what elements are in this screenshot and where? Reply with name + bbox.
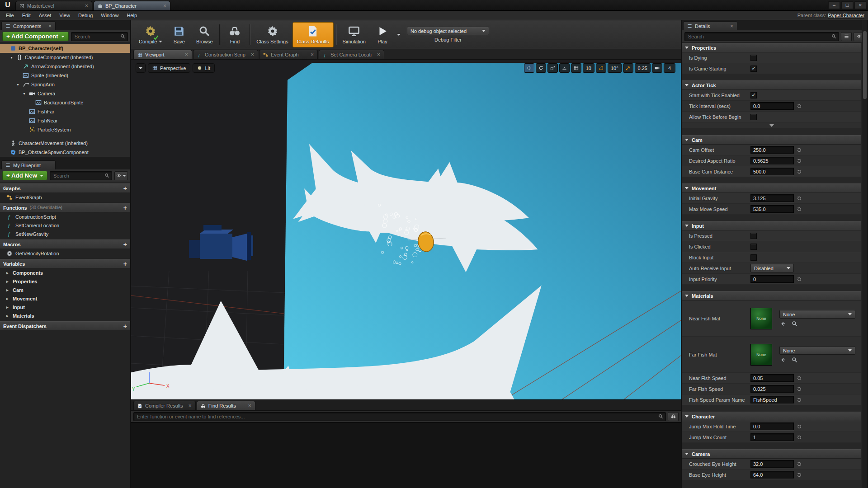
class-defaults-button[interactable]: Class Defaults [292,22,334,47]
section-header[interactable]: Character [682,412,861,421]
number-input[interactable]: 64.0 [750,471,794,479]
close-icon[interactable]: × [248,52,254,57]
find-references-input[interactable] [137,414,658,419]
component-fishnear[interactable]: FishNear [0,116,130,125]
my-blueprint-panel-tab[interactable]: My Blueprint [1,160,56,169]
window-tab-bp-character[interactable]: BP_Character× [94,1,170,10]
component-capsulecomponent-inherited[interactable]: ▾CapsuleComponent (Inherited) [0,53,130,62]
my-blueprint-search-input[interactable] [53,173,104,178]
item-constructionscript[interactable]: ConstructionScript [0,212,130,221]
checkbox[interactable] [750,114,757,120]
text-input[interactable]: FishSpeed [750,396,794,404]
scale-snap-button[interactable] [623,63,633,73]
checkbox[interactable] [750,254,757,261]
camera-speed-value[interactable]: 4 [664,63,675,73]
find-results-area[interactable] [131,422,681,488]
close-icon[interactable]: × [727,23,733,29]
material-thumbnail[interactable]: None [750,344,772,366]
expand-rows-button[interactable] [682,122,861,129]
item-input[interactable]: ▸Input [0,303,130,311]
simulation-button[interactable]: Simulation [339,22,370,47]
material-thumbnail[interactable]: None [750,308,772,329]
maximize-button[interactable]: □ [841,1,853,9]
viewport-scene[interactable]: X Y [131,60,681,399]
scrollbar-thumb[interactable] [863,31,867,99]
play-button[interactable]: Play [370,22,395,47]
checkbox[interactable] [750,233,757,239]
section-header[interactable]: Properties [682,43,861,52]
dropdown[interactable]: Disabled [750,264,794,272]
components-search-input[interactable] [75,34,120,39]
section-header[interactable]: Actor Tick [682,80,861,90]
close-icon[interactable]: × [374,52,380,57]
add-button[interactable]: + [123,323,127,330]
component-charactermovement-inherited[interactable]: CharacterMovement (Inherited) [0,139,130,148]
viewport-options-button[interactable] [136,63,146,73]
details-panel-tab[interactable]: Details × [683,21,737,30]
viewport[interactable]: X Y Perspective Lit [131,60,681,399]
surface-snap-button[interactable] [559,63,570,73]
item-cam[interactable]: ▸Cam [0,286,130,294]
item-setcameralocation[interactable]: SetCameraLocation [0,221,130,230]
number-input[interactable]: 0.0 [750,422,794,430]
rotate-tool-button[interactable] [536,63,546,73]
section-header[interactable]: Event Dispatchers+ [0,321,130,331]
menu-help[interactable]: Help [123,13,141,18]
visibility-filter-button[interactable] [114,171,128,180]
tab-compiler-results[interactable]: Compiler Results× [133,401,196,410]
item-movement[interactable]: ▸Movement [0,294,130,303]
number-input[interactable]: 250.0 [750,146,794,154]
component-springarm[interactable]: ▾SpringArm [0,80,130,89]
browse-asset-icon[interactable] [792,321,797,327]
tab-event-graph[interactable]: Event Graph× [259,50,318,59]
menu-window[interactable]: Window [97,13,123,18]
play-options-dropdown[interactable] [395,22,402,47]
parent-class-value[interactable]: Paper Character [828,13,864,18]
section-header[interactable]: Movement [682,183,861,193]
close-icon[interactable]: × [46,23,52,29]
number-input[interactable]: 500.0 [750,168,794,175]
translate-tool-button[interactable] [524,63,534,73]
perspective-button[interactable]: Perspective [148,63,190,73]
component-backgroundsprite[interactable]: BackgroundSprite [0,98,130,107]
close-icon[interactable]: × [82,3,88,9]
save-button[interactable]: Save [166,22,192,47]
section-header[interactable]: Materials [682,291,861,300]
number-input[interactable]: 0.05 [750,374,794,382]
close-button[interactable]: × [854,1,866,9]
component-fishfar[interactable]: FishFar [0,107,130,116]
grid-snap-value[interactable]: 10 [583,63,594,73]
scale-snap-value[interactable]: 0.25 [635,63,651,73]
checkbox[interactable] [750,55,757,61]
tab-set-camera-locati[interactable]: Set Camera Locati× [319,50,384,59]
property-matrix-button[interactable] [841,32,852,41]
material-dropdown[interactable]: None [779,346,855,355]
details-scrollbar[interactable] [862,20,867,488]
checkbox[interactable]: ✓ [750,92,757,99]
tab-find-results[interactable]: Find Results× [197,401,255,410]
menu-debug[interactable]: Debug [74,13,97,18]
rotation-snap-value[interactable]: 10° [608,63,622,73]
checkbox[interactable] [750,244,757,250]
component-arrowcomponent-inherited[interactable]: ArrowComponent (Inherited) [0,62,130,71]
compile-button[interactable]: Compile [135,22,166,47]
checkbox[interactable]: ✓ [750,66,757,72]
section-header[interactable]: Functions(30 Overridable)+ [0,203,130,212]
item-eventgraph[interactable]: EventGraph [0,193,130,202]
component-sprite-inherited[interactable]: Sprite (Inherited) [0,71,130,80]
menu-file[interactable]: File [2,13,18,18]
menu-asset[interactable]: Asset [35,13,56,18]
section-header[interactable]: Input [682,221,861,230]
menu-edit[interactable]: Edit [18,13,35,18]
close-icon[interactable]: × [182,52,188,57]
number-input[interactable]: 1 [750,433,794,441]
close-icon[interactable]: × [308,52,314,57]
material-dropdown[interactable]: None [779,310,855,319]
add-button[interactable]: + [123,260,127,267]
camera-speed-button[interactable] [652,63,662,73]
details-search-input[interactable] [688,34,831,39]
browse-button[interactable]: Browse [192,22,217,47]
window-tab-masterlevel[interactable]: MasterLevel× [15,1,92,10]
section-header[interactable]: Graphs+ [0,183,130,193]
number-input[interactable]: 32.0 [750,460,794,468]
